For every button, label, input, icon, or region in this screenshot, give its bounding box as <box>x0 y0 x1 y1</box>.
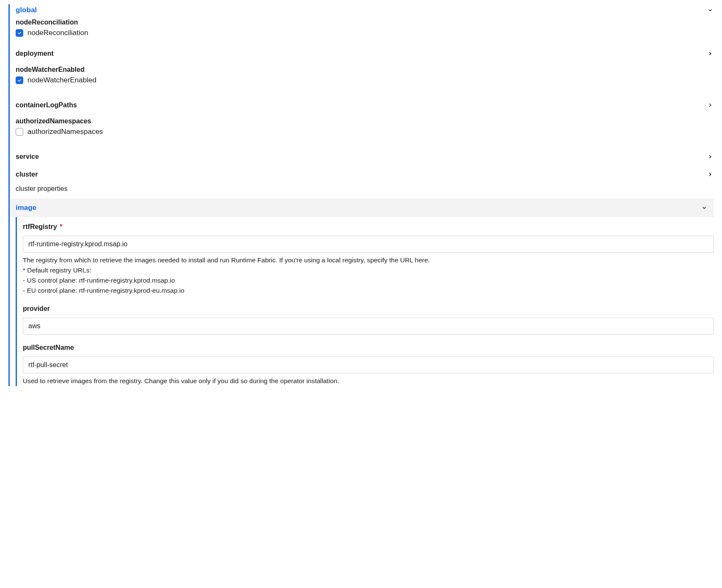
image-title: image <box>16 204 36 212</box>
chevron-right-icon <box>707 50 714 57</box>
provider-input[interactable] <box>23 318 714 335</box>
cluster-label: cluster <box>16 171 38 178</box>
node-watcher-enabled-checkbox-label: nodeWatcherEnabled <box>27 76 96 84</box>
node-reconciliation-checkbox[interactable] <box>16 29 23 37</box>
cluster-description: cluster properties <box>16 185 714 193</box>
authorized-namespaces-label: authorizedNamespaces <box>16 117 714 125</box>
rtf-registry-label-text: rtfRegistry <box>23 223 57 230</box>
rtf-registry-label: rtfRegistry * <box>23 223 714 231</box>
provider-label: provider <box>23 305 714 313</box>
node-watcher-enabled-checkbox[interactable] <box>16 76 23 84</box>
node-reconciliation-checkbox-label: nodeReconciliation <box>27 29 88 37</box>
chevron-down-icon <box>701 204 708 211</box>
image-section-header[interactable]: image <box>10 199 714 217</box>
rtf-registry-input[interactable] <box>23 236 714 253</box>
required-star: * <box>60 223 62 230</box>
chevron-right-icon <box>707 153 714 160</box>
chevron-down-icon <box>707 7 714 14</box>
service-row[interactable]: service <box>16 148 714 166</box>
global-section-header[interactable]: global <box>16 4 714 19</box>
pull-secret-name-label: pullSecretName <box>23 344 714 351</box>
deployment-row[interactable]: deployment <box>16 45 714 63</box>
node-reconciliation-label: nodeReconciliation <box>16 19 714 26</box>
rtf-registry-help: The registry from which to retrieve the … <box>23 255 714 296</box>
chevron-right-icon <box>707 102 714 109</box>
pull-secret-name-input[interactable] <box>23 357 714 373</box>
global-title: global <box>16 6 37 14</box>
chevron-right-icon <box>707 171 714 178</box>
authorized-namespaces-checkbox-label: authorizedNamespaces <box>27 128 103 136</box>
service-label: service <box>16 153 39 161</box>
container-log-paths-label: containerLogPaths <box>16 101 77 109</box>
pull-secret-name-help: Used to retrieve images from the registr… <box>23 376 714 386</box>
cluster-row[interactable]: cluster <box>16 166 714 183</box>
deployment-label: deployment <box>16 50 54 57</box>
container-log-paths-row[interactable]: containerLogPaths <box>16 96 714 114</box>
node-watcher-enabled-label: nodeWatcherEnabled <box>16 66 714 74</box>
authorized-namespaces-checkbox[interactable] <box>16 128 23 136</box>
